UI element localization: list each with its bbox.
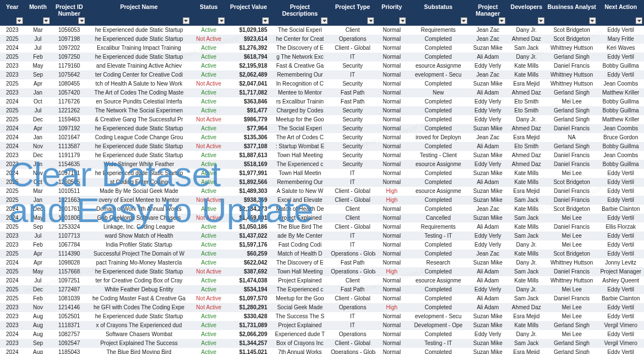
cell-value: $1,437,022: [226, 232, 271, 240]
filter-dropdown-pm[interactable]: [499, 17, 505, 24]
cell-month: Jul: [25, 35, 51, 44]
cell-pm: Eddy Verly: [469, 97, 507, 106]
cell-pname: he GFI with Codes The Coding Expe: [87, 303, 191, 312]
cell-pname: pact Training Mo-Money Mastercla: [87, 258, 191, 267]
cell-month: Jul: [25, 276, 51, 285]
cell-status: Active: [191, 44, 227, 53]
cell-priority: Normal: [376, 232, 408, 240]
filter-dropdown-priority[interactable]: [399, 17, 406, 24]
cell-pid: 1067784: [51, 240, 87, 249]
cell-value: $986,779: [226, 115, 271, 124]
table-row: 2025Apr1080455tch of Health A Salute to …: [0, 79, 644, 88]
table-body: 2023Mar1056053he Experienced dude Static…: [0, 26, 644, 354]
cell-status: Active: [191, 249, 227, 258]
cell-substatus: Cancelled: [408, 214, 469, 223]
cell-next: Matthew Kriller: [598, 115, 644, 124]
cell-pm: Suzan Mike: [469, 196, 507, 205]
cell-ba: Mei Lee: [546, 303, 598, 312]
cell-next: Vergil Vimero: [598, 321, 644, 330]
cell-dev: Eto Smith: [507, 97, 546, 106]
cell-ba: Whittney Huttson: [546, 79, 598, 88]
cell-pm: Eddy Verly: [469, 106, 507, 115]
filter-dropdown-ba[interactable]: [589, 17, 596, 24]
cell-value: $534,194: [226, 285, 271, 294]
filter-dropdown-next[interactable]: [636, 17, 642, 24]
cell-substatus: Completed: [408, 124, 469, 133]
cell-ptype: Security: [329, 79, 376, 88]
cell-substatus: Completed: [408, 169, 469, 178]
cell-status: Active: [191, 178, 227, 187]
cell-desc: Meetup for the Goo: [271, 115, 329, 124]
cell-pid: 1021647: [51, 133, 87, 142]
cell-next: Bobby Guillma: [598, 142, 644, 151]
cell-ba: Scot Bridgeton: [546, 178, 598, 187]
cell-priority: High: [376, 187, 408, 196]
cell-status: Active: [191, 285, 227, 294]
cell-value: $1,469,801: [226, 214, 271, 223]
filter-dropdown-ptype[interactable]: [367, 17, 374, 24]
cell-desc: In Recognition of C: [271, 79, 329, 88]
cell-ptype: Fast Path: [329, 285, 376, 294]
cell-pm: Eddy Verly: [469, 240, 507, 249]
table-row: 2024Aug1185043The Blue Bird Moving BirdA…: [0, 348, 644, 354]
column-header-pname: Project Name: [87, 0, 191, 26]
table-row: 2025Jan1021663overy of Excel Mentee to M…: [0, 196, 644, 205]
filter-dropdown-pname[interactable]: [183, 17, 190, 24]
cell-dev: Esra Mejid: [507, 348, 546, 354]
cell-pname: Successful Project The Domain of W: [87, 249, 191, 258]
filter-dropdown-substatus[interactable]: [461, 17, 467, 24]
cell-status: Active: [191, 160, 227, 169]
cell-ba: Scot Bridgeton: [546, 26, 598, 35]
cell-status: Active: [191, 330, 227, 339]
cell-desc: Project Explained: [271, 276, 329, 285]
filter-dropdown-desc[interactable]: [321, 17, 328, 24]
filter-dropdown-year[interactable]: [16, 17, 23, 24]
filter-dropdown-pid[interactable]: [78, 17, 85, 24]
cell-ptype: Client - Global: [329, 223, 376, 232]
column-header-dev: Developers: [507, 0, 546, 26]
cell-ptype: Operations: [329, 303, 376, 312]
cell-ba: Mei Lee: [546, 97, 598, 106]
filter-dropdown-value[interactable]: [262, 17, 269, 24]
cell-dev: Ahmed Daz: [507, 88, 546, 97]
cell-desc: The Experienced c: [271, 160, 329, 169]
filter-dropdown-dev[interactable]: [538, 17, 544, 24]
column-header-pid: Project ID Number: [51, 0, 87, 26]
cell-status: Active: [191, 258, 227, 267]
cell-priority: Normal: [376, 330, 408, 339]
filter-dropdown-month[interactable]: [43, 17, 50, 24]
cell-pm: Ali Adam: [469, 267, 507, 276]
cell-pm: Suzan Mike: [469, 214, 507, 223]
cell-substatus: esource Assignme: [408, 62, 469, 70]
cell-desc: Project Explained: [271, 214, 329, 223]
cell-pname: The Blue Bird Moving Bird: [87, 348, 191, 354]
cell-value: $2,134,273: [226, 205, 271, 214]
cell-dev: Dany Jr.: [507, 115, 546, 124]
cell-status: Not Active: [191, 267, 227, 276]
cell-substatus: Completed: [408, 285, 469, 294]
cell-ba: Daniel Francis: [546, 223, 598, 232]
cell-next: Vergil Vimero: [598, 339, 644, 348]
cell-year: 2025: [0, 115, 25, 124]
cell-ba: Mei Lee: [546, 312, 598, 321]
cell-pm: Jean Zac: [469, 249, 507, 258]
table-row: 2024Jul1097202Excalibur Training Impact …: [0, 44, 644, 53]
cell-priority: Normal: [376, 106, 408, 115]
cell-ptype: IT: [329, 232, 376, 240]
cell-ptype: Fast Path: [329, 88, 376, 97]
cell-priority: Normal: [376, 285, 408, 294]
cell-priority: High: [376, 196, 408, 205]
cell-status: Active: [191, 312, 227, 321]
column-header-desc: Project Descriptions: [271, 0, 329, 26]
cell-month: Apr: [25, 258, 51, 267]
cell-desc: The Discovery of E: [271, 258, 329, 267]
cell-priority: Normal: [376, 53, 408, 62]
cell-ptype: IT: [329, 53, 376, 62]
cell-priority: Normal: [376, 223, 408, 232]
table-row: 2023Sep1075642ter Coding Center for Crea…: [0, 70, 644, 79]
cell-next: Eddy Vertil: [598, 348, 644, 354]
cell-status: Active: [191, 348, 227, 354]
filter-dropdown-status[interactable]: [218, 17, 225, 24]
cell-pm: Ali Adam: [469, 142, 507, 151]
cell-pid: 1075642: [51, 70, 87, 79]
